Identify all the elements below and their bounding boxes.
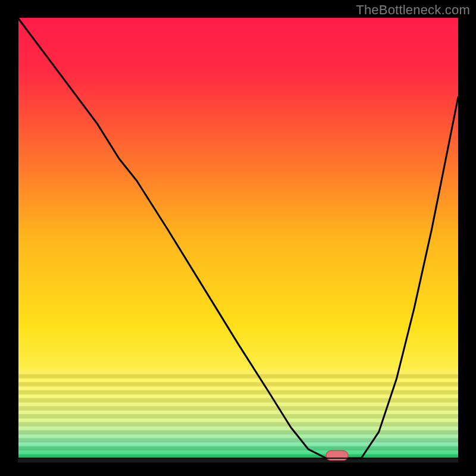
chart-container: TheBottleneck.com bbox=[0, 0, 476, 476]
bottleneck-chart-canvas bbox=[0, 0, 476, 476]
watermark-text: TheBottleneck.com bbox=[356, 2, 470, 18]
